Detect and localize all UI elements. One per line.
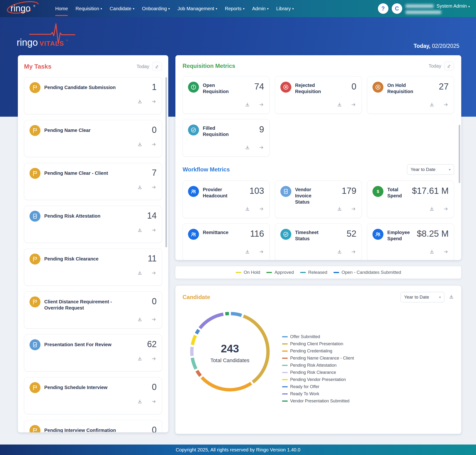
candidate-range-select[interactable]: Year to Date ▾ [401, 292, 444, 302]
top-navigation-bar: ringo ® HomeRequisition▾Candidate▾Onboar… [0, 0, 476, 17]
metric-card: TimesheetStatus 52 [275, 223, 362, 260]
user-role[interactable]: System Admin▾ [436, 3, 470, 9]
candidate-download-button[interactable] [449, 294, 454, 301]
tasks-scrollbar[interactable] [165, 77, 167, 247]
go-to-list-button[interactable] [151, 356, 157, 362]
download-icon [337, 102, 342, 107]
legend-swatch [236, 272, 241, 273]
pencil-icon [447, 64, 451, 68]
tasks-edit-range-button[interactable] [152, 62, 162, 71]
chevron-down-icon: ▾ [267, 7, 269, 10]
candidate-chart-legend: Offer SubmittedPending Client Presentati… [282, 334, 354, 404]
task-card: Pending Candidate Submission 1 [24, 77, 162, 114]
download-button[interactable] [137, 270, 143, 277]
legend-label: Offer Submitted [290, 334, 320, 339]
main-menu: HomeRequisition▾Candidate▾Onboarding▾Job… [51, 0, 298, 17]
go-to-list-button[interactable] [259, 102, 264, 108]
total-candidates-label: Total Candidates [210, 358, 250, 364]
download-button[interactable] [137, 228, 143, 234]
workflow-range-select[interactable]: Year to Date ▾ [407, 164, 454, 175]
download-button[interactable] [137, 356, 143, 362]
nav-item-onboarding[interactable]: Onboarding▾ [138, 4, 174, 14]
download-button[interactable] [337, 206, 342, 213]
flag-icon [30, 82, 40, 93]
arrow-right-icon [259, 102, 264, 107]
nav-item-reports[interactable]: Reports▾ [221, 4, 249, 14]
check-circle-icon [188, 124, 199, 136]
download-icon [337, 249, 342, 254]
go-to-list-button[interactable] [151, 317, 157, 323]
download-icon [245, 102, 250, 107]
avatar[interactable]: C [392, 3, 402, 14]
user-menu[interactable]: System Admin▾ [405, 3, 470, 14]
candidate-legend-item-pending-risk-clearance: Pending Risk Clearance [282, 370, 354, 375]
nav-item-library[interactable]: Library▾ [273, 4, 298, 14]
task-card: Pending Name Clear - Client 7 [24, 163, 162, 200]
tasks-range-label: Today [137, 64, 149, 69]
download-button[interactable] [137, 317, 143, 323]
nav-item-candidate[interactable]: Candidate▾ [106, 4, 138, 14]
metric-value: 116 [250, 229, 264, 239]
nav-item-job-management[interactable]: Job Management▾ [174, 4, 221, 14]
go-to-list-button[interactable] [151, 142, 157, 148]
legend-label: Ready To Work [290, 391, 319, 397]
arrow-right-icon [151, 317, 157, 322]
go-to-list-button[interactable] [443, 102, 449, 108]
download-button[interactable] [137, 399, 143, 405]
go-to-list-button[interactable] [259, 206, 264, 213]
download-button[interactable] [429, 102, 435, 108]
go-to-list-button[interactable] [151, 185, 157, 191]
download-button[interactable] [337, 249, 342, 255]
copyright-text: Copyright 2025, All rights reserved by R… [176, 447, 300, 453]
go-to-list-button[interactable] [351, 249, 356, 255]
download-button[interactable] [137, 142, 143, 148]
download-icon [429, 206, 435, 212]
download-button[interactable] [245, 249, 250, 255]
go-to-list-button[interactable] [151, 228, 157, 234]
download-button[interactable] [429, 206, 435, 213]
download-icon [137, 399, 143, 404]
legend-item-open-candidates-submitted: Open - Candidates Submitted [333, 270, 401, 275]
download-button[interactable] [337, 102, 342, 108]
legend-label: Approved [274, 270, 294, 275]
task-card: Pending Name Clear 0 [24, 120, 162, 157]
go-to-list-button[interactable] [443, 249, 449, 255]
requisition-range-label: Today [429, 63, 441, 69]
flag-icon [30, 382, 40, 393]
download-button[interactable] [137, 99, 143, 105]
dollar-icon [372, 186, 383, 197]
requisition-edit-range-button[interactable] [444, 61, 454, 71]
metrics-scrollbar[interactable] [459, 125, 460, 183]
go-to-list-button[interactable] [351, 102, 356, 108]
legend-item-on-hold: On Hold [236, 270, 260, 275]
go-to-list-button[interactable] [151, 270, 157, 277]
task-label: Pending Interview Confirmation [44, 425, 116, 432]
go-to-list-button[interactable] [443, 206, 449, 213]
nav-item-requisition[interactable]: Requisition▾ [72, 4, 106, 14]
go-to-list-button[interactable] [151, 99, 157, 105]
help-button[interactable]: ? [378, 3, 388, 14]
download-button[interactable] [245, 145, 250, 151]
candidate-legend-item-pending-risk-attestation: Pending Risk Attestation [282, 363, 354, 368]
download-icon [137, 142, 143, 147]
candidate-donut-chart: 243 Total Candidates [186, 308, 274, 398]
download-button[interactable] [429, 249, 435, 255]
legend-swatch [282, 393, 288, 395]
legend-label: Pending Credentialing [290, 349, 332, 354]
download-button[interactable] [245, 102, 250, 108]
download-button[interactable] [245, 206, 250, 213]
go-to-list-button[interactable] [351, 206, 356, 213]
people-icon [188, 186, 199, 197]
go-to-list-button[interactable] [259, 249, 264, 255]
nav-item-admin[interactable]: Admin▾ [248, 4, 272, 14]
download-button[interactable] [137, 185, 143, 191]
arrow-right-icon [151, 399, 157, 404]
ringo-logo[interactable]: ringo ® [5, 1, 45, 16]
download-icon [245, 206, 250, 212]
metric-value: $17.61 M [412, 186, 449, 196]
task-count: 0 [152, 296, 157, 306]
nav-item-home[interactable]: Home [51, 4, 72, 14]
go-to-list-button[interactable] [151, 399, 157, 405]
candidate-legend-item-ready-for-offer: Ready for Offer [282, 384, 354, 389]
go-to-list-button[interactable] [259, 145, 264, 151]
